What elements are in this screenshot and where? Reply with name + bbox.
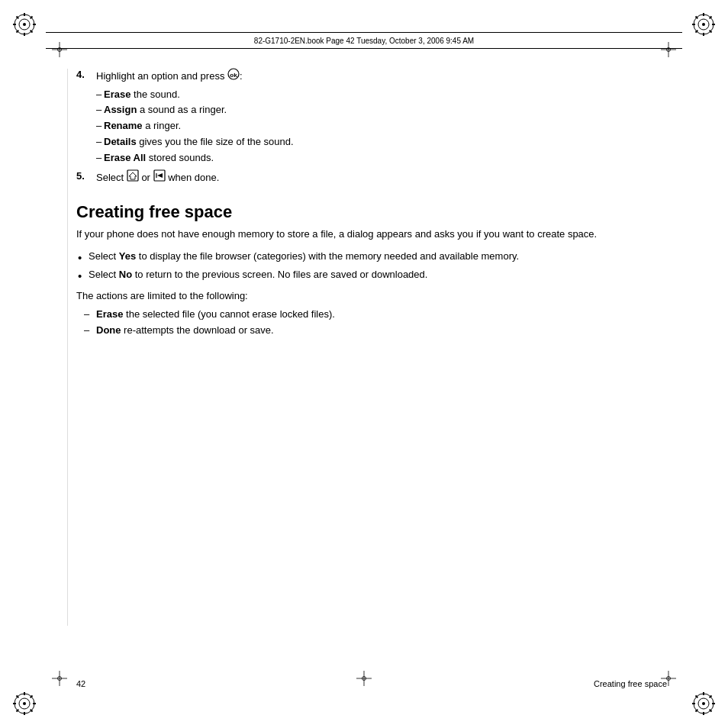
actions-intro: The actions are limited to the following… xyxy=(76,288,667,304)
sub-item-details: Details gives you the file size of the s… xyxy=(96,134,667,150)
home-icon xyxy=(127,169,139,186)
corner-decoration-tr xyxy=(690,11,717,38)
end-icon xyxy=(153,169,166,186)
corner-decoration-bl xyxy=(11,690,38,717)
bullet-yes: Select Yes to display the file browser (… xyxy=(76,249,667,264)
sub-item-erase: Erase the sound. xyxy=(96,87,667,103)
main-content: 4. Highlight an option and press ok : Er… xyxy=(76,69,667,667)
svg-marker-65 xyxy=(157,173,163,178)
corner-decoration-tl xyxy=(11,11,38,38)
sub-item-assign: Assign a sound as a ringer. xyxy=(96,102,667,118)
corner-decoration-br xyxy=(690,690,717,717)
crosshair-tr xyxy=(661,42,676,57)
step-5-select-text: Select xyxy=(96,172,127,184)
svg-point-2 xyxy=(23,23,26,26)
margin-line xyxy=(67,69,68,626)
step-5-or-text: or xyxy=(141,172,153,184)
crosshair-bl xyxy=(52,671,67,686)
section-title: Creating free space xyxy=(76,202,667,222)
footer: 42 Creating free space xyxy=(76,679,667,688)
header-bar: 82-G1710-2EN.book Page 42 Tuesday, Octob… xyxy=(46,32,682,49)
svg-text:ok: ok xyxy=(230,72,237,79)
step-4-intro-text: Highlight an option and press xyxy=(96,70,227,82)
page-number: 42 xyxy=(76,679,85,688)
step-5-when-done: when done. xyxy=(168,172,219,184)
header-text: 82-G1710-2EN.book Page 42 Tuesday, Octob… xyxy=(254,37,474,45)
step-5: 5. Select or xyxy=(76,170,667,187)
bullet-no: Select No to return to the previous scre… xyxy=(76,267,667,282)
step-4-sub-list: Erase the sound. Assign a sound as a rin… xyxy=(96,87,667,166)
action-done: Done re-attempts the download or save. xyxy=(84,323,667,339)
step-4-number: 4. xyxy=(76,69,93,166)
action-erase: Erase the selected file (you cannot eras… xyxy=(84,307,667,323)
step-4-colon: : xyxy=(240,70,243,82)
sub-item-rename: Rename a ringer. xyxy=(96,118,667,134)
svg-point-35 xyxy=(702,702,705,705)
svg-point-13 xyxy=(702,23,705,26)
ok-button-icon: ok xyxy=(227,68,240,85)
section-creating-free-space: Creating free space If your phone does n… xyxy=(76,202,667,339)
sub-item-erase-all: Erase All stored sounds. xyxy=(96,150,667,166)
actions-list: Erase the selected file (you cannot eras… xyxy=(84,307,667,339)
bullet-list: Select Yes to display the file browser (… xyxy=(76,249,667,282)
step-4: 4. Highlight an option and press ok : Er… xyxy=(76,69,667,166)
section-body: If your phone does not have enough memor… xyxy=(76,227,667,242)
crosshair-tl xyxy=(52,42,67,57)
svg-point-24 xyxy=(23,702,26,705)
step-5-number: 5. xyxy=(76,170,93,187)
footer-section-title: Creating free space xyxy=(594,679,667,688)
step-5-content: Select or when do xyxy=(96,170,667,187)
page: 82-G1710-2EN.book Page 42 Tuesday, Octob… xyxy=(0,0,728,728)
step-4-content: Highlight an option and press ok : Erase… xyxy=(96,69,667,166)
svg-marker-62 xyxy=(129,172,137,179)
